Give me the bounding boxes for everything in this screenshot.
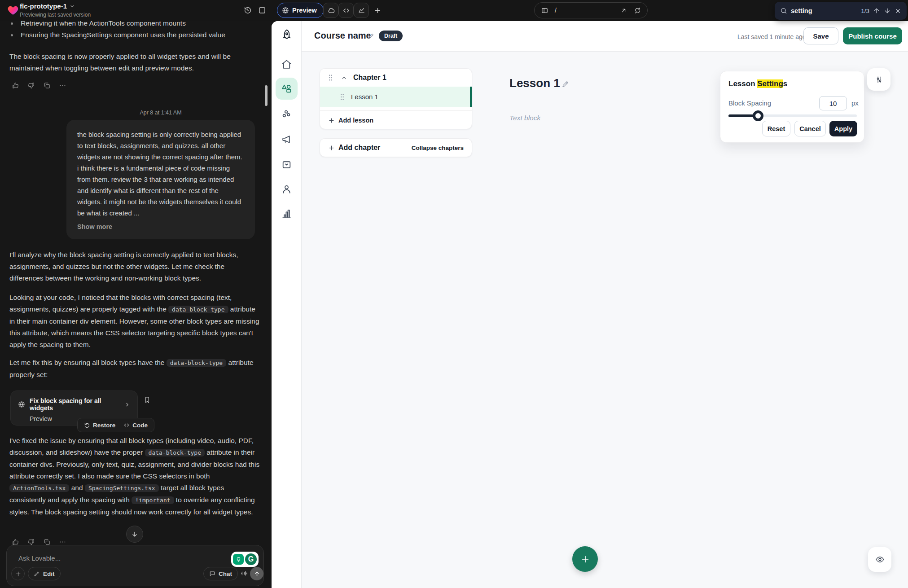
assistant-paragraph: I'll analyze why the block spacing setti… [9,249,257,284]
user-message-text: the block spacing setting is only correc… [77,129,244,219]
undo-icon [84,422,90,428]
scroll-to-bottom-button[interactable] [126,526,143,543]
project-name: flc-prototype-1 [20,2,67,10]
lesson-heading: Lesson 1 [509,76,560,90]
sidebar-item-analytics[interactable] [281,208,292,219]
sidebar-item-store[interactable] [281,159,292,170]
code-icon [123,422,130,428]
sliders-icon [875,75,883,84]
code-view-button[interactable] [338,3,354,18]
sidebar-item-builder-active[interactable] [276,78,298,100]
settings-toggle-button[interactable] [867,68,890,91]
add-block-fab[interactable] [572,546,598,572]
pencil-icon[interactable] [367,32,375,40]
app-screen: flc-prototype-1 Previewing last saved ve… [0,0,908,588]
plus-icon [15,570,22,577]
search-prev-icon[interactable] [873,7,880,14]
thumbs-down-icon[interactable] [27,82,35,89]
history-icon[interactable] [244,6,252,14]
thumbs-up-icon[interactable] [12,82,19,89]
add-chapter-button[interactable]: Add chapter [338,144,380,152]
course-header: Course name Draft Last saved 1 minute ag… [302,21,908,52]
lesson-row-active[interactable]: Lesson 1 [320,87,472,107]
preview-mode-button[interactable]: Preview [277,3,324,18]
chevron-down-icon [70,4,75,9]
preview-label: Preview [292,7,317,14]
block-spacing-input[interactable] [819,96,847,110]
grammarly-widget[interactable]: G [231,552,259,567]
analytics-button[interactable] [354,3,369,18]
assistant-paragraph: Let me fix this by ensuring all block ty… [9,357,261,381]
project-menu[interactable]: flc-prototype-1 [20,2,75,10]
assistant-paragraph: I've fixed the issue by ensuring that al… [9,435,261,518]
message-timestamp: Apr 8 at 1:41 AM [66,110,255,116]
block-spacing-label: Block Spacing [728,99,771,107]
copy-icon[interactable] [43,82,51,89]
collapse-chapters-button[interactable]: Collapse chapters [412,145,464,151]
arrow-up-icon [254,570,260,577]
voice-icon[interactable] [240,570,248,577]
arrow-down-icon [131,531,138,538]
composer-placeholder[interactable]: Ask Lovable... [18,554,61,562]
user-message-bubble: the block spacing setting is only correc… [66,120,255,239]
assistant-message: The block spacing is now properly applie… [9,51,257,74]
publish-course-button[interactable]: Publish course [843,27,902,44]
code-label: Code [132,422,148,429]
sidebar-item-announcements[interactable] [281,134,292,145]
search-input[interactable]: setting [791,7,857,14]
chat-composer[interactable]: Ask Lovable... G Edit Chat [6,545,264,586]
lovable-logo-icon[interactable] [7,4,19,16]
search-next-icon[interactable] [884,7,891,14]
url-path: / [555,7,557,14]
cloud-deploy-button[interactable] [323,3,338,18]
more-icon[interactable] [59,82,66,89]
url-bar[interactable]: / [534,2,648,18]
scrollbar-thumb[interactable] [265,85,268,106]
sidebar-item-home[interactable] [281,59,292,70]
cloud-icon [327,7,335,14]
sidebar-item-profile[interactable] [281,184,292,195]
cancel-button[interactable]: Cancel [794,121,826,136]
chat-mode-button[interactable]: Chat [203,567,238,580]
plus-icon [328,117,335,124]
add-tab-button[interactable] [370,3,385,18]
preview-eye-button[interactable] [868,547,891,572]
send-button[interactable] [250,567,263,580]
reader-icon [541,7,548,14]
status-badge: Draft [379,31,403,41]
chevron-up-icon[interactable] [341,75,347,81]
panel-icon[interactable] [258,6,266,14]
plus-icon [328,145,335,151]
search-icon [780,7,787,14]
apply-button[interactable]: Apply [829,121,857,136]
add-lesson-button[interactable]: Add lesson [320,110,472,130]
plus-icon [580,554,590,564]
restore-button[interactable]: Restore [84,422,115,429]
code-button[interactable]: Code [123,422,148,429]
chat-label: Chat [219,570,232,577]
attach-button[interactable] [11,567,25,580]
bookmark-icon[interactable] [144,396,151,404]
chat-panel: Retrieving it when the ActionTools compo… [0,21,272,588]
text-block-placeholder[interactable]: Text block [509,114,540,122]
save-button[interactable]: Save [803,27,838,44]
drag-handle-icon[interactable] [340,93,345,101]
grammarly-icon: G [245,553,257,565]
show-more-link[interactable]: Show more [77,223,244,230]
lesson-title: Lesson 1 [351,93,378,101]
sidebar-item-community[interactable] [281,109,292,120]
reset-button[interactable]: Reset [762,121,790,136]
chapter-row[interactable]: Chapter 1 [320,69,472,87]
add-lesson-label: Add lesson [338,117,373,124]
bullet-item: Ensuring the SpacingSettings component u… [0,29,260,41]
drag-handle-icon[interactable] [328,74,333,81]
open-external-icon[interactable] [620,7,627,14]
block-spacing-slider[interactable] [728,114,857,117]
slider-thumb[interactable] [753,110,763,121]
close-icon[interactable] [895,8,901,14]
refresh-icon[interactable] [634,7,641,14]
edit-icon [34,570,40,577]
active-indicator [470,87,472,107]
pencil-icon[interactable] [561,80,570,88]
edit-mode-button[interactable]: Edit [28,567,61,580]
